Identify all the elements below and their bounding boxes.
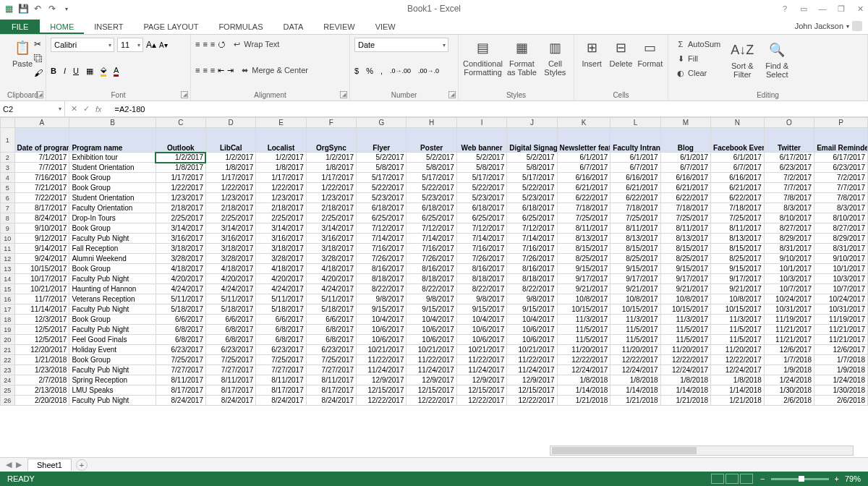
cell[interactable]: 6/17/2017: [764, 153, 814, 163]
cell[interactable]: 5/22/2017: [407, 183, 456, 193]
cell[interactable]: 8/17/2017: [256, 385, 306, 396]
increase-font-icon[interactable]: A▴: [146, 40, 156, 50]
cell[interactable]: 11/7/2017: [14, 294, 69, 304]
row-header[interactable]: 17: [1, 304, 15, 315]
cell[interactable]: 12/9/2017: [507, 375, 557, 385]
cell[interactable]: 8/13/2017: [557, 234, 610, 244]
fill-button[interactable]: ⬇Fill: [673, 52, 723, 65]
cell[interactable]: 8/15/2017: [711, 244, 765, 254]
cell[interactable]: 10/7/2017: [814, 284, 868, 294]
cell[interactable]: 5/11/2017: [156, 294, 205, 304]
col-header[interactable]: [1, 118, 15, 128]
cell[interactable]: 4/24/2017: [156, 284, 205, 294]
cell[interactable]: 1/23/2018: [14, 365, 69, 375]
cell[interactable]: 6/1/2017: [711, 153, 765, 163]
cell[interactable]: 8/16/2017: [407, 264, 456, 274]
cell[interactable]: 10/3/2017: [814, 274, 868, 284]
cell[interactable]: 6/7/2017: [610, 163, 660, 173]
row-header[interactable]: 16: [1, 294, 15, 304]
row-header[interactable]: 9: [1, 223, 15, 234]
cell[interactable]: 7/27/2017: [156, 365, 205, 375]
cell[interactable]: 7/12/2017: [357, 223, 407, 234]
cell[interactable]: LMU Speaks: [69, 385, 156, 396]
cell[interactable]: 9/21/2017: [610, 284, 660, 294]
cell[interactable]: 7/26/2017: [507, 254, 557, 264]
cell[interactable]: 5/22/2017: [357, 183, 407, 193]
cell[interactable]: 8/3/2017: [764, 203, 814, 213]
cell[interactable]: 1/8/2017: [256, 163, 306, 173]
cell[interactable]: 11/5/2017: [660, 325, 710, 335]
cell[interactable]: 10/4/2017: [407, 315, 456, 325]
cell[interactable]: 1/23/2017: [306, 193, 356, 203]
cell[interactable]: 12/24/2017: [557, 365, 610, 375]
tab-formulas[interactable]: FORMULAS: [208, 20, 273, 34]
cell[interactable]: 1/21/2018: [711, 396, 765, 406]
tab-home[interactable]: HOME: [40, 20, 84, 34]
cell[interactable]: 8/18/2017: [357, 274, 407, 284]
cell[interactable]: 6/16/2017: [711, 173, 765, 183]
zoom-out-icon[interactable]: −: [760, 474, 765, 483]
cell[interactable]: 7/16/2017: [456, 244, 506, 254]
cell[interactable]: 10/6/2017: [357, 335, 407, 345]
col-header[interactable]: L: [610, 118, 660, 128]
cell[interactable]: 10/1/2017: [764, 264, 814, 274]
fx-icon[interactable]: fx: [95, 105, 106, 114]
cell[interactable]: 1/9/2018: [764, 365, 814, 375]
cell[interactable]: 11/22/2017: [456, 355, 506, 365]
cell[interactable]: 6/25/2017: [407, 213, 456, 223]
cell[interactable]: 7/25/2017: [660, 213, 710, 223]
cell[interactable]: 12/22/2017: [407, 396, 456, 406]
cell[interactable]: 7/14/2017: [456, 234, 506, 244]
cell[interactable]: 6/6/2017: [156, 315, 205, 325]
number-dialog-launcher[interactable]: ◢: [448, 91, 456, 98]
cell[interactable]: 9/8/2017: [456, 294, 506, 304]
cell[interactable]: 10/24/2017: [764, 294, 814, 304]
cell[interactable]: Faculty Pub Night: [69, 304, 156, 315]
cell[interactable]: Faculty Pub Night: [69, 274, 156, 284]
formula-bar[interactable]: =A2-180: [112, 101, 868, 116]
cell[interactable]: 5/2/2017: [407, 153, 456, 163]
user-name[interactable]: John Jackson: [795, 22, 843, 30]
cell[interactable]: 2/7/2018: [14, 375, 69, 385]
borders-icon[interactable]: ▦: [86, 67, 93, 76]
tab-review[interactable]: REVIEW: [313, 20, 365, 34]
cell[interactable]: 1/14/2018: [711, 385, 765, 396]
cell[interactable]: 1/2/2017: [256, 153, 306, 163]
cell[interactable]: 10/8/2017: [660, 294, 710, 304]
col-header[interactable]: E: [256, 118, 306, 128]
cell[interactable]: 3/14/2017: [156, 223, 205, 234]
cell[interactable]: 2/6/2018: [764, 396, 814, 406]
cell[interactable]: 8/13/2017: [610, 234, 660, 244]
conditional-formatting-button[interactable]: ▤Conditional Formatting: [463, 38, 503, 77]
cell[interactable]: 9/17/2017: [660, 274, 710, 284]
cell[interactable]: 4/20/2017: [306, 274, 356, 284]
cell[interactable]: 5/8/2017: [507, 163, 557, 173]
cell[interactable]: Faculty Orientation: [69, 203, 156, 213]
cell[interactable]: 9/12/2017: [14, 234, 69, 244]
cell[interactable]: 12/15/2017: [407, 385, 456, 396]
sheet-nav-first-icon[interactable]: ◀: [6, 460, 12, 469]
cell[interactable]: 1/30/2018: [764, 385, 814, 396]
cell[interactable]: 10/8/2017: [557, 294, 610, 304]
cell[interactable]: 9/10/2017: [764, 254, 814, 264]
cell[interactable]: 6/23/2017: [306, 345, 356, 355]
cell[interactable]: 3/28/2017: [256, 254, 306, 264]
cell[interactable]: 8/18/2017: [456, 274, 506, 284]
cell[interactable]: 10/7/2017: [764, 284, 814, 294]
row-header[interactable]: 25: [1, 385, 15, 396]
cell[interactable]: 10/15/2017: [14, 264, 69, 274]
cell[interactable]: 3/28/2017: [156, 254, 205, 264]
cell[interactable]: 1/2/2017: [306, 153, 356, 163]
cell[interactable]: 10/3/2017: [764, 274, 814, 284]
cell[interactable]: 1/24/2018: [814, 375, 868, 385]
cell[interactable]: 10/15/2017: [610, 304, 660, 315]
cell[interactable]: 6/22/2017: [711, 193, 765, 203]
cell[interactable]: 1/8/2018: [557, 375, 610, 385]
row-header[interactable]: 26: [1, 396, 15, 406]
cell[interactable]: 3/28/2017: [205, 254, 255, 264]
cell[interactable]: 11/20/2017: [610, 345, 660, 355]
cell[interactable]: 6/16/2017: [557, 173, 610, 183]
cell[interactable]: 1/7/2018: [764, 355, 814, 365]
row-header[interactable]: 3: [1, 163, 15, 173]
cell[interactable]: 7/22/2017: [14, 193, 69, 203]
